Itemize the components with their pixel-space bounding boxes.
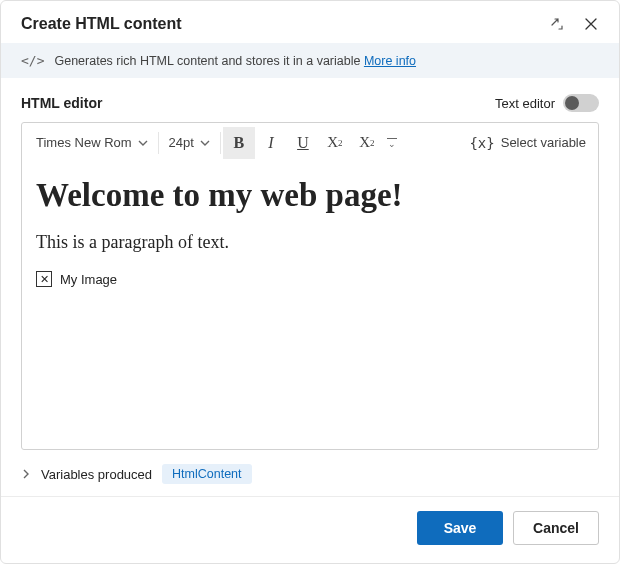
editor-header: HTML editor Text editor [21, 94, 599, 112]
maximize-icon[interactable] [549, 16, 565, 32]
save-button[interactable]: Save [417, 511, 503, 545]
info-bar: </> Generates rich HTML content and stor… [1, 43, 619, 78]
text-editor-label: Text editor [495, 96, 555, 111]
bold-button[interactable]: B [223, 127, 255, 159]
image-placeholder: ✕ My Image [36, 271, 584, 287]
broken-image-icon: ✕ [36, 271, 52, 287]
editor-content[interactable]: Welcome to my web page! This is a paragr… [22, 163, 598, 449]
header-actions [549, 16, 599, 32]
cancel-button[interactable]: Cancel [513, 511, 599, 545]
variables-produced-label: Variables produced [41, 467, 152, 482]
more-formatting-button[interactable]: ⌄ [383, 138, 401, 147]
content-paragraph: This is a paragraph of text. [36, 232, 584, 253]
subscript-button[interactable]: X2 [319, 127, 351, 159]
underline-button[interactable]: U [287, 127, 319, 159]
variable-chip[interactable]: HtmlContent [162, 464, 251, 484]
italic-button[interactable]: I [255, 127, 287, 159]
html-editor: Times New Rom 24pt B I U X2 X2 ⌄ {x} Sel… [21, 122, 599, 450]
variable-icon: {x} [469, 135, 494, 151]
font-size-select[interactable]: 24pt [161, 128, 218, 158]
editor-toolbar: Times New Rom 24pt B I U X2 X2 ⌄ {x} Sel… [22, 123, 598, 163]
font-family-select[interactable]: Times New Rom [28, 128, 156, 158]
toolbar-separator [220, 132, 221, 154]
editor-label: HTML editor [21, 95, 495, 111]
content-heading: Welcome to my web page! [36, 177, 584, 214]
text-editor-toggle[interactable] [563, 94, 599, 112]
select-variable-button[interactable]: {x} Select variable [463, 135, 592, 151]
superscript-button[interactable]: X2 [351, 127, 383, 159]
more-info-link[interactable]: More info [364, 54, 416, 68]
dialog-header: Create HTML content [1, 1, 619, 43]
dialog-footer: Save Cancel [1, 496, 619, 563]
toolbar-separator [158, 132, 159, 154]
close-icon[interactable] [583, 16, 599, 32]
image-alt-text: My Image [60, 272, 117, 287]
chevron-right-icon [21, 469, 31, 479]
variables-produced-row[interactable]: Variables produced HtmlContent [1, 450, 619, 490]
dialog-title: Create HTML content [21, 15, 549, 33]
code-icon: </> [21, 53, 44, 68]
info-description: Generates rich HTML content and stores i… [54, 54, 416, 68]
